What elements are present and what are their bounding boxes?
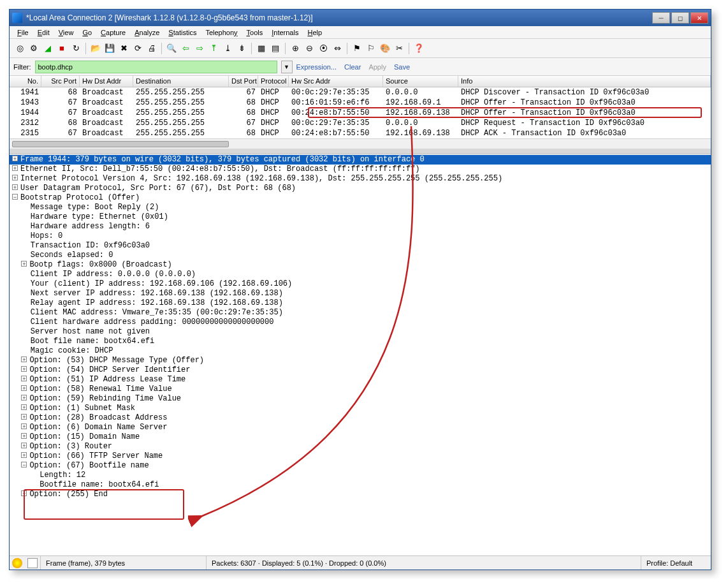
detail-opt67[interactable]: −Option: (67) Bootfile name bbox=[10, 461, 711, 471]
detail-field[interactable]: Relay agent IP address: 192.168.69.138 (… bbox=[10, 298, 711, 308]
save-filter-link[interactable]: Save bbox=[394, 63, 410, 71]
detail-option[interactable]: +Option: (1) Subnet Mask bbox=[10, 404, 711, 413]
zoom-in-icon[interactable]: ⊕ bbox=[289, 42, 302, 55]
packet-list-header[interactable]: No. Src Port Hw Dst Addr Destination Dst… bbox=[10, 76, 711, 87]
capture-stop-icon[interactable]: ■ bbox=[55, 42, 68, 55]
capture-start-icon[interactable]: ◢ bbox=[41, 42, 54, 55]
minimize-button[interactable]: ─ bbox=[652, 12, 670, 24]
detail-field[interactable]: Your (client) IP address: 192.168.69.106… bbox=[10, 279, 711, 289]
capture-comment-icon[interactable] bbox=[27, 558, 38, 568]
colorize-icon[interactable]: ▦ bbox=[255, 42, 268, 55]
capture-interfaces-icon[interactable]: ◎ bbox=[13, 42, 26, 55]
col-srcport[interactable]: Src Port bbox=[41, 76, 80, 87]
detail-field[interactable]: Client hardware address padding: 0000000… bbox=[10, 318, 711, 327]
detail-option[interactable]: +Option: (53) DHCP Message Type (Offer) bbox=[10, 356, 711, 365]
resize-columns-icon[interactable]: ⇔ bbox=[331, 42, 344, 55]
packet-row[interactable]: 231268Broadcast255.255.255.25567DHCP00:0… bbox=[10, 118, 711, 128]
detail-flags[interactable]: +Bootp flags: 0x8000 (Broadcast) bbox=[10, 260, 711, 270]
expression-link[interactable]: Expression... bbox=[296, 63, 337, 71]
apply-link[interactable]: Apply bbox=[368, 63, 386, 71]
detail-field[interactable]: Hardware address length: 6 bbox=[10, 222, 711, 232]
detail-option[interactable]: +Option: (51) IP Address Lease Time bbox=[10, 375, 711, 385]
detail-field[interactable]: Boot file name: bootx64.efi bbox=[10, 337, 711, 346]
packet-row[interactable]: 231567Broadcast255.255.255.25568DHCP00:2… bbox=[10, 128, 711, 138]
titlebar[interactable]: *Local Area Connection 2 [Wireshark 1.12… bbox=[10, 10, 711, 26]
col-no[interactable]: No. bbox=[10, 76, 41, 87]
detail-opt67-name[interactable]: Bootfile name: bootx64.efi bbox=[10, 480, 711, 490]
clear-link[interactable]: Clear bbox=[344, 63, 361, 71]
col-info[interactable]: Info bbox=[458, 76, 711, 87]
col-dstport[interactable]: Dst Port bbox=[229, 76, 258, 87]
col-hwsrc[interactable]: Hw Src Addr bbox=[289, 76, 383, 87]
go-back-icon[interactable]: ⇦ bbox=[179, 42, 192, 55]
detail-opt67-len[interactable]: Length: 12 bbox=[10, 471, 711, 480]
detail-option[interactable]: +Option: (6) Domain Name Server bbox=[10, 423, 711, 432]
detail-option[interactable]: +Option: (28) Broadcast Address bbox=[10, 413, 711, 423]
detail-opt-end[interactable]: +Option: (255) End bbox=[10, 490, 711, 499]
coloring-rules-icon[interactable]: 🎨 bbox=[379, 42, 391, 55]
col-protocol[interactable]: Protocol bbox=[258, 76, 289, 87]
open-icon[interactable]: 📂 bbox=[89, 42, 102, 55]
detail-option[interactable]: +Option: (66) TFTP Server Name bbox=[10, 452, 711, 461]
detail-udp[interactable]: +User Datagram Protocol, Src Port: 67 (6… bbox=[10, 184, 711, 193]
detail-ip[interactable]: +Internet Protocol Version 4, Src: 192.1… bbox=[10, 174, 711, 184]
capture-options-icon[interactable]: ⚙ bbox=[27, 42, 40, 55]
col-hwdst[interactable]: Hw Dst Addr bbox=[80, 76, 133, 87]
detail-frame[interactable]: +Frame 1944: 379 bytes on wire (3032 bit… bbox=[10, 155, 711, 165]
go-last-icon[interactable]: ⇟ bbox=[235, 42, 248, 55]
packet-row[interactable]: 194467Broadcast255.255.255.25568DHCP00:2… bbox=[10, 108, 711, 118]
detail-field[interactable]: Next server IP address: 192.168.69.138 (… bbox=[10, 289, 711, 298]
detail-field[interactable]: Server host name not given bbox=[10, 327, 711, 337]
menu-statistics[interactable]: Statistics bbox=[164, 27, 200, 38]
maximize-button[interactable]: ◻ bbox=[671, 12, 689, 24]
detail-field[interactable]: Seconds elapsed: 0 bbox=[10, 251, 711, 260]
status-profile[interactable]: Profile: Default bbox=[641, 556, 711, 570]
menu-view[interactable]: View bbox=[55, 27, 78, 38]
menu-telephony[interactable]: Telephony bbox=[201, 27, 241, 38]
packet-detail-pane[interactable]: +Frame 1944: 379 bytes on wire (3032 bit… bbox=[10, 154, 711, 555]
capture-filters-icon[interactable]: ⚑ bbox=[351, 42, 363, 55]
menu-capture[interactable]: Capture bbox=[97, 27, 129, 38]
menu-tools[interactable]: Tools bbox=[243, 27, 267, 38]
reload-icon[interactable]: ⟳ bbox=[131, 42, 144, 55]
detail-field[interactable]: Client IP address: 0.0.0.0 (0.0.0.0) bbox=[10, 270, 711, 279]
detail-field[interactable]: Hardware type: Ethernet (0x01) bbox=[10, 212, 711, 222]
detail-option[interactable]: +Option: (54) DHCP Server Identifier bbox=[10, 365, 711, 375]
detail-option[interactable]: +Option: (3) Router bbox=[10, 442, 711, 452]
help-icon[interactable]: ❓ bbox=[412, 42, 425, 55]
auto-scroll-icon[interactable]: ▤ bbox=[269, 42, 282, 55]
detail-field[interactable]: Transaction ID: 0xf96c03a0 bbox=[10, 241, 711, 251]
zoom-out-icon[interactable]: ⊖ bbox=[303, 42, 316, 55]
go-to-packet-icon[interactable]: ⤒ bbox=[207, 42, 220, 55]
expert-info-icon[interactable] bbox=[12, 558, 22, 568]
detail-field[interactable]: Magic cookie: DHCP bbox=[10, 346, 711, 356]
go-first-icon[interactable]: ⤓ bbox=[221, 42, 234, 55]
close-file-icon[interactable]: ✖ bbox=[117, 42, 130, 55]
close-button[interactable]: ✕ bbox=[690, 12, 708, 24]
detail-option[interactable]: +Option: (59) Rebinding Time Value bbox=[10, 394, 711, 404]
menu-internals[interactable]: Internals bbox=[268, 27, 302, 38]
menu-analyze[interactable]: Analyze bbox=[131, 27, 163, 38]
menu-help[interactable]: Help bbox=[303, 27, 326, 38]
detail-bootp[interactable]: −Bootstrap Protocol (Offer) bbox=[10, 193, 711, 203]
detail-eth[interactable]: +Ethernet II, Src: Dell_b7:55:50 (00:24:… bbox=[10, 165, 711, 174]
preferences-icon[interactable]: ✂ bbox=[393, 42, 405, 55]
detail-field[interactable]: Client MAC address: Vmware_7e:35:35 (00:… bbox=[10, 308, 711, 318]
find-icon[interactable]: 🔍 bbox=[165, 42, 178, 55]
col-source[interactable]: Source bbox=[383, 76, 458, 87]
display-filters-icon[interactable]: ⚐ bbox=[365, 42, 377, 55]
detail-option[interactable]: +Option: (58) Renewal Time Value bbox=[10, 385, 711, 394]
menu-edit[interactable]: Edit bbox=[34, 27, 54, 38]
detail-option[interactable]: +Option: (15) Domain Name bbox=[10, 432, 711, 442]
menu-go[interactable]: Go bbox=[78, 27, 96, 38]
packet-list-hscroll[interactable] bbox=[10, 138, 711, 149]
packet-row[interactable]: 194168Broadcast255.255.255.25567DHCP00:0… bbox=[10, 87, 711, 98]
print-icon[interactable]: 🖨 bbox=[145, 42, 158, 55]
go-forward-icon[interactable]: ⇨ bbox=[193, 42, 206, 55]
menu-file[interactable]: File bbox=[13, 27, 33, 38]
save-icon[interactable]: 💾 bbox=[103, 42, 116, 55]
capture-restart-icon[interactable]: ↻ bbox=[69, 42, 82, 55]
filter-input[interactable] bbox=[35, 61, 277, 73]
packet-row[interactable]: 194367Broadcast255.255.255.25568DHCP00:1… bbox=[10, 98, 711, 108]
zoom-100-icon[interactable]: ⦿ bbox=[317, 42, 330, 55]
